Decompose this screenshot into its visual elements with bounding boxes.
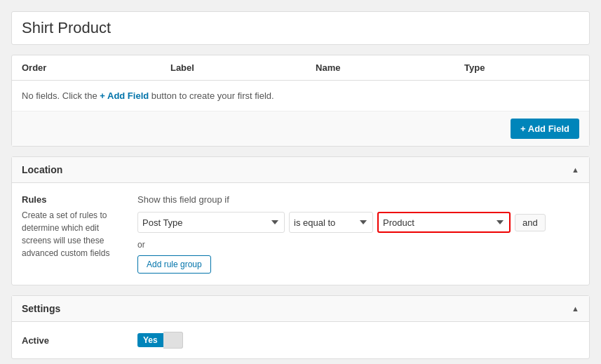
- location-title: Location: [22, 164, 62, 175]
- post-type-select[interactable]: Post Type Page User: [137, 212, 285, 233]
- show-if-label: Show this field group if: [137, 194, 579, 205]
- no-fields-message: No fields. Click the + Add Field button …: [12, 81, 589, 112]
- add-field-button[interactable]: + Add Field: [511, 119, 579, 139]
- add-field-row: + Add Field: [12, 112, 589, 147]
- operator-select[interactable]: is equal to is not equal to: [289, 212, 373, 233]
- no-fields-row: No fields. Click the + Add Field button …: [12, 81, 589, 112]
- value-select[interactable]: Product Post Page: [377, 212, 511, 233]
- table-header-row: Order Label Name Type: [12, 55, 589, 81]
- add-rule-group-button[interactable]: Add rule group: [137, 255, 211, 274]
- settings-body: Active Yes: [12, 322, 589, 358]
- settings-value-col: Yes: [137, 332, 579, 349]
- rules-title: Rules: [22, 194, 126, 205]
- settings-section: Settings ▲ Active Yes: [11, 295, 590, 359]
- page-wrapper: Order Label Name Type No fields. Click t…: [0, 0, 601, 364]
- location-section-header[interactable]: Location ▲: [12, 157, 589, 183]
- location-section-body: Rules Create a set of rules to determine…: [12, 183, 589, 285]
- add-field-link-inline[interactable]: + Add Field: [100, 90, 149, 101]
- fields-table: Order Label Name Type No fields. Click t…: [12, 55, 589, 146]
- col-order: Order: [12, 55, 161, 81]
- location-arrow-icon: ▲: [572, 166, 579, 174]
- active-label: Active: [22, 335, 137, 346]
- active-toggle[interactable]: Yes: [137, 332, 183, 349]
- rules-sidebar: Rules Create a set of rules to determine…: [22, 194, 137, 274]
- rules-content: Show this field group if Post Type Page …: [137, 194, 579, 274]
- col-label: Label: [161, 55, 306, 81]
- fields-section: Order Label Name Type No fields. Click t…: [11, 55, 590, 147]
- settings-arrow-icon: ▲: [572, 304, 579, 313]
- settings-section-header[interactable]: Settings ▲: [12, 296, 589, 322]
- settings-title: Settings: [22, 303, 60, 314]
- title-input[interactable]: [11, 11, 590, 45]
- location-section: Location ▲ Rules Create a set of rules t…: [11, 156, 590, 285]
- col-name: Name: [306, 55, 454, 81]
- toggle-handle[interactable]: [163, 332, 183, 349]
- or-label: or: [137, 240, 579, 250]
- rule-row: Post Type Page User is equal to is not e…: [137, 212, 579, 233]
- rules-description: Create a set of rules to determine which…: [22, 209, 126, 259]
- col-type: Type: [454, 55, 589, 81]
- and-button[interactable]: and: [515, 214, 546, 231]
- toggle-yes-label: Yes: [137, 333, 163, 347]
